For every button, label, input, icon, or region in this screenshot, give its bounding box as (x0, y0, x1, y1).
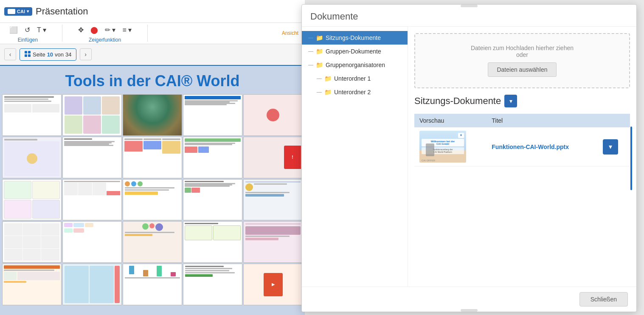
svg-rect-2 (25, 54, 27, 57)
resize-handle-top[interactable] (461, 5, 478, 7)
slide-thumb-1[interactable] (2, 94, 62, 136)
folder-icon-1: 📁 (316, 34, 323, 41)
insert-text-btn[interactable]: T ▾ (34, 24, 49, 36)
slide-thumb-23[interactable] (123, 264, 182, 305)
slide-thumb-18[interactable] (123, 221, 182, 263)
page-label: Seite (33, 51, 45, 58)
logo-text: CAI (17, 9, 25, 14)
slide-title: Tools in der CAI® World (0, 66, 305, 94)
chevron-down-icon: ▾ (509, 98, 512, 104)
slide-thumb-19[interactable] (183, 221, 242, 263)
logo-dropdown-arrow: ▾ (27, 9, 29, 14)
slide-thumb-14[interactable] (183, 179, 242, 221)
chevron-down-icon-btn: ▾ (609, 143, 612, 151)
slide-thumb-22[interactable] (62, 264, 122, 305)
docs-panel-title: Dokumente (310, 11, 358, 22)
docs-footer: Schließen (302, 287, 636, 312)
next-page-btn[interactable]: › (80, 48, 92, 60)
docs-header: Dokumente (302, 5, 636, 27)
select-files-btn[interactable]: Dateien auswählen (488, 62, 556, 77)
slide-thumb-13[interactable] (123, 179, 182, 221)
slide-thumb-8[interactable] (123, 137, 182, 178)
toolbar-middle: ⬜ ↺ T ▾ Einfügen ✥ ⬤ ✏ ▾ ≡ ▾ Zeigerfunkt… (0, 23, 305, 44)
insert-slide-btn[interactable]: ⬜ (6, 24, 21, 36)
col-action (598, 114, 630, 127)
tree-dash-5: — (317, 89, 322, 95)
tree-dash-4: — (317, 76, 322, 82)
slide-thumb-21[interactable] (2, 264, 62, 305)
slide-thumb-5[interactable] (243, 94, 303, 136)
tree-item-gruppenorg[interactable]: — 📁 Gruppenorganisatoren (302, 58, 408, 72)
docs-body: — 📁 Sitzungs-Dokumente — 📁 Gruppen-Dokum… (302, 27, 636, 287)
doc-preview-cell: ✕ Willkommen bei derCAI GmbH Funktionsum… (414, 127, 487, 166)
col-preview: Vorschau (414, 114, 487, 127)
slide-thumb-20[interactable] (243, 221, 303, 263)
slide-thumb-7[interactable] (62, 137, 122, 178)
upload-or: oder (516, 51, 528, 58)
move-btn[interactable]: ✥ (75, 24, 87, 36)
page-separator: von (55, 51, 64, 58)
slide-thumb-25[interactable]: ▶ (243, 264, 303, 305)
toolbar: CAI ▾ Präsentation ⬜ ↺ T ▾ Einfügen ✥ ⬤ (0, 0, 305, 66)
folder-icon-2: 📁 (316, 48, 323, 55)
grid-icon (24, 51, 31, 59)
slide-thumb-24[interactable] (183, 264, 242, 305)
upload-text: Dateien zum Hochladen hierher ziehen ode… (424, 45, 621, 58)
tree-label-unterordner1: Unterordner 1 (334, 75, 371, 82)
slide-thumb-10[interactable]: ! (243, 137, 303, 178)
slide-thumb-12[interactable] (62, 179, 122, 221)
pen-btn[interactable]: ✏ ▾ (102, 24, 118, 36)
toolbar-top: CAI ▾ Präsentation (0, 0, 305, 23)
tree-item-sitzungs[interactable]: — 📁 Sitzungs-Dokumente (302, 31, 408, 45)
page-total: 34 (65, 51, 71, 58)
docs-tree: — 📁 Sitzungs-Dokumente — 📁 Gruppen-Dokum… (302, 27, 408, 287)
slide-thumb-3[interactable] (123, 94, 182, 136)
zeiger-tools: ✥ ⬤ ✏ ▾ ≡ ▾ (75, 24, 135, 36)
toolbar-bottom: ‹ Seite 10 von 34 › (0, 44, 305, 65)
logo-icon (8, 9, 15, 14)
doc-name-cell: Funktionen-CAI-World.pptx (487, 127, 597, 166)
section-title: Sitzungs-Dokumente (414, 96, 501, 107)
pointer-btn[interactable]: ⬤ (87, 24, 101, 36)
slide-thumb-6[interactable] (2, 137, 62, 178)
doc-thumbnail: ✕ Willkommen bei derCAI GmbH Funktionsum… (419, 131, 466, 163)
close-btn[interactable]: Schließen (579, 292, 628, 307)
tree-label-gruppen: Gruppen-Dokumente (326, 48, 381, 55)
col-title: Titel (487, 114, 597, 127)
section-header: Sitzungs-Dokumente ▾ (414, 95, 630, 107)
divider-1 (62, 25, 62, 42)
tree-label-unterordner2: Unterordner 2 (334, 89, 371, 96)
doc-name[interactable]: Funktionen-CAI-World.pptx (492, 143, 569, 150)
slide-thumb-11[interactable] (2, 179, 62, 221)
svg-rect-3 (28, 54, 31, 57)
presentation-main: Tools in der CAI® World (0, 66, 305, 315)
section-toggle-btn[interactable]: ▾ (504, 95, 517, 107)
tree-dash-3: — (308, 62, 313, 68)
tree-label-sitzungs: Sitzungs-Dokumente (326, 34, 381, 41)
docs-table: Vorschau Titel (414, 114, 630, 166)
tree-label-gruppenorg: Gruppenorganisatoren (326, 62, 385, 68)
slide-thumb-15[interactable] (243, 179, 303, 221)
slide-thumb-2[interactable] (62, 94, 122, 136)
doc-download-btn[interactable]: ▾ (603, 139, 618, 155)
prev-page-btn[interactable]: ‹ (4, 48, 16, 60)
format-btn[interactable]: ≡ ▾ (119, 24, 135, 36)
tree-item-unterordner1[interactable]: — 📁 Unterordner 1 (302, 72, 408, 85)
resize-handle-bottom[interactable] (461, 309, 478, 312)
slide-thumb-9[interactable] (183, 137, 242, 178)
page-current: 10 (47, 51, 53, 58)
presentation-panel: CAI ▾ Präsentation ⬜ ↺ T ▾ Einfügen ✥ ⬤ (0, 0, 305, 315)
page-indicator: Seite 10 von 34 (20, 48, 76, 61)
tree-item-gruppen[interactable]: — 📁 Gruppen-Dokumente (302, 45, 408, 58)
slide-thumb-16[interactable] (2, 221, 62, 263)
einfuegen-label: Einfügen (18, 37, 38, 43)
app-logo[interactable]: CAI ▾ (4, 7, 32, 16)
einfuegen-group: ⬜ ↺ T ▾ Einfügen (6, 24, 49, 43)
tree-item-unterordner2[interactable]: — 📁 Unterordner 2 (302, 85, 408, 99)
slide-thumb-17[interactable] (62, 221, 122, 263)
scrollbar-indicator (630, 127, 632, 190)
slide-thumb-4[interactable] (183, 94, 242, 136)
insert-shape-btn[interactable]: ↺ (22, 24, 33, 36)
doc-action-cell: ▾ (598, 127, 630, 166)
divider-2 (147, 25, 148, 42)
